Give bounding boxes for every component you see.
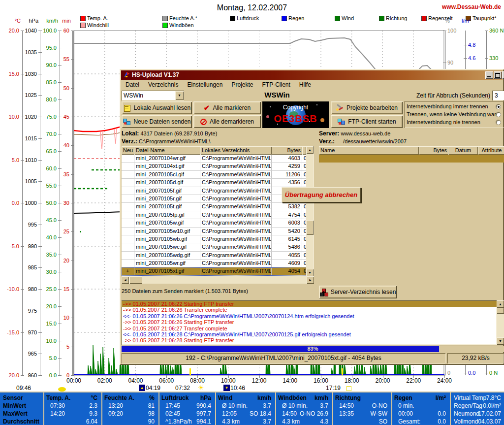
- file-name-cell: mini_20070105wdg.gif: [134, 252, 200, 259]
- log-scroll-down-icon[interactable]: ▼: [497, 337, 504, 345]
- menu-item-verzeichnis[interactable]: Verzeichnis: [148, 81, 178, 88]
- scroll-right-icon[interactable]: ►: [307, 276, 314, 284]
- server-table-header[interactable]: Bytes: [419, 146, 448, 155]
- file-row[interactable]: mini_20070105r.gifC:\Programme\WsWin\HTM…: [122, 195, 306, 203]
- read-server-dir-button[interactable]: Server-Verzeichnis lesen: [319, 286, 397, 298]
- radio-button-icon[interactable]: [496, 104, 501, 109]
- file-row[interactable]: mini_20070105wb.gifC:\Programme\WsWin\HT…: [122, 235, 306, 243]
- transfer-log[interactable]: ->> 01.05.2007 21:06:22 Starting FTP tra…: [122, 300, 497, 345]
- mark-all-button[interactable]: ✔ Alle markieren: [193, 101, 261, 114]
- radio-button-icon[interactable]: [496, 120, 501, 125]
- file-row[interactable]: mini_20070105tp.gifC:\Programme\WsWin\HT…: [122, 211, 306, 219]
- menu-item-projekte[interactable]: Projekte: [231, 81, 253, 88]
- file-row[interactable]: mini_20070105d.gifC:\Programme\WsWin\HTM…: [122, 179, 306, 187]
- file-date-cell: 0: [302, 155, 306, 162]
- log-scroll-thumb[interactable]: [497, 308, 504, 314]
- file-row[interactable]: mini_20070104xt.gifC:\Programme\WsWin\HT…: [122, 163, 306, 170]
- vscroll-thumb[interactable]: [306, 220, 314, 235]
- axis-tick-label: 330: [489, 55, 504, 61]
- file-row[interactable]: mini_20070105wr.gifC:\Programme\WsWin\HT…: [122, 260, 306, 267]
- minimize-button[interactable]: [485, 71, 493, 79]
- axis-tick: [485, 373, 488, 373]
- axis-tick-label: 65.0: [36, 148, 57, 154]
- file-name-cell: mini_20070105t.gif: [134, 203, 200, 210]
- x-axis-label: 14:00: [279, 377, 301, 384]
- sensor-column-name: Temp. A.: [46, 394, 70, 401]
- server-table-selected-row[interactable]: [319, 155, 504, 163]
- hscroll-thumb[interactable]: [129, 276, 142, 284]
- axis-tick-label: 1015: [16, 135, 37, 141]
- file-row[interactable]: mini_20070105wdg.gifC:\Programme\WsWin\H…: [122, 252, 306, 260]
- maximize-button[interactable]: [494, 71, 502, 79]
- file-table-header[interactable]: Lokales Verzeichnis: [200, 146, 272, 155]
- server-table-header[interactable]: Attribute: [478, 146, 504, 155]
- axis-tick-label: 40.0: [36, 234, 57, 240]
- radio-option[interactable]: Internetverbindung nie trennen: [407, 119, 504, 126]
- scroll-left-icon[interactable]: ◄: [122, 276, 129, 284]
- file-row[interactable]: mini_20070104wr.gifC:\Programme\WsWin\HT…: [122, 155, 306, 163]
- axis-tick-label: 55: [49, 56, 69, 62]
- radio-option[interactable]: Trennen, wenn keine Verbindung war: [407, 111, 504, 118]
- menu-item-ftpclient[interactable]: FTP-Client: [262, 81, 290, 88]
- file-bytes-cell: 4259: [272, 163, 302, 170]
- log-vscrollbar[interactable]: ▲ ▼: [497, 300, 504, 345]
- x-axis-label: 12:00: [249, 377, 270, 384]
- unmark-all-button[interactable]: Alle demarkieren: [193, 115, 261, 128]
- axis-tick: [58, 272, 62, 272]
- axis-tick: [71, 117, 74, 117]
- menu-item-hilfe[interactable]: Hilfe: [299, 81, 311, 88]
- file-table-header[interactable]: Datei-Name: [134, 146, 200, 155]
- file-row[interactable]: mini_20070105wc.gifC:\Programme\WsWin\HT…: [122, 243, 306, 251]
- edit-projects-button[interactable]: Projekte bearbeiten: [331, 101, 403, 114]
- read-local-selection-button[interactable]: Lokale Auswahl lesen: [122, 101, 192, 114]
- log-scroll-up-icon[interactable]: ▲: [497, 300, 504, 308]
- sensor-row-label: MinWert: [3, 402, 26, 409]
- file-table-header[interactable]: [302, 146, 306, 155]
- abort-transfer-button[interactable]: Übertragung abbrechen: [282, 187, 361, 202]
- scroll-down-icon[interactable]: ▼: [306, 269, 314, 276]
- menu-item-einstellungen[interactable]: Einstellungen: [187, 81, 222, 88]
- abort-timeout-input[interactable]: 3: [492, 91, 504, 100]
- close-button[interactable]: ✕: [502, 71, 504, 79]
- radio-button-icon[interactable]: [496, 112, 501, 117]
- scroll-up-icon[interactable]: ▲: [306, 146, 314, 154]
- sensor-row-label: Sensor: [3, 394, 23, 401]
- x-axis-tick: [321, 375, 321, 378]
- combo-dropdown-icon[interactable]: ▼: [175, 91, 184, 100]
- file-row[interactable]: mini_20070105w.gifC:\Programme\WsWin\HTM…: [122, 219, 306, 227]
- tools-icon: [336, 104, 344, 111]
- log-line: ->> 01.05.2007 21:06:28 Starting FTP tra…: [122, 337, 497, 343]
- axis-tick: [58, 65, 62, 65]
- profile-select[interactable]: WSWin ▼: [122, 91, 184, 100]
- file-row[interactable]: mini_20070105cl.gifC:\Programme\WsWin\HT…: [122, 171, 306, 179]
- send-new-files-button[interactable]: Neue Dateien senden: [122, 115, 192, 128]
- axis-tick: [58, 48, 62, 48]
- axis-tick: [71, 347, 74, 347]
- file-date-cell: 0: [302, 203, 306, 210]
- file-table-hscrollbar[interactable]: ◄ ►: [122, 276, 314, 284]
- file-row[interactable]: mini_20070105t.gifC:\Programme\WsWin\HTM…: [122, 203, 306, 211]
- sensor-value: 0.0: [411, 410, 446, 417]
- menu-item-datei[interactable]: Datei: [126, 81, 139, 88]
- file-row[interactable]: mini_20070105w10.gifC:\Programme\WsWin\H…: [122, 228, 306, 235]
- sensor-column-unit: °C: [72, 394, 97, 401]
- file-table-header[interactable]: Neu: [122, 146, 134, 155]
- axis-tick-label: 1020: [16, 114, 37, 120]
- file-table-header[interactable]: Bytes: [272, 146, 302, 155]
- moonrise-icon: ▲: [139, 385, 145, 391]
- file-date-cell: 0: [302, 267, 306, 275]
- file-table-vscrollbar[interactable]: ▲ ▼: [306, 146, 314, 276]
- file-neu-cell: [122, 203, 134, 210]
- server-table-header[interactable]: Datum: [448, 146, 478, 155]
- sensor-value: 3.7: [237, 402, 271, 409]
- start-ftp-client-button[interactable]: FTP-Client starten: [331, 115, 403, 128]
- file-row[interactable]: +mini_20070105xt.gifC:\Programme\WsWin\H…: [122, 267, 306, 275]
- file-row[interactable]: mini_20070105f.gifC:\Programme\WsWin\HTM…: [122, 187, 306, 195]
- axis-tick-label: 35: [49, 171, 69, 177]
- window-titlebar[interactable]: HS-Upload V1.37 ✕: [121, 70, 503, 80]
- server-table-header[interactable]: Name: [319, 146, 419, 155]
- file-dir-cell: C:\Programme\WsWin\HTML: [200, 267, 272, 275]
- profile-heading: WSWin: [238, 91, 316, 99]
- checkmark-icon: ✔: [204, 104, 210, 111]
- radio-option[interactable]: Internetverbindung immer trennen: [407, 103, 504, 110]
